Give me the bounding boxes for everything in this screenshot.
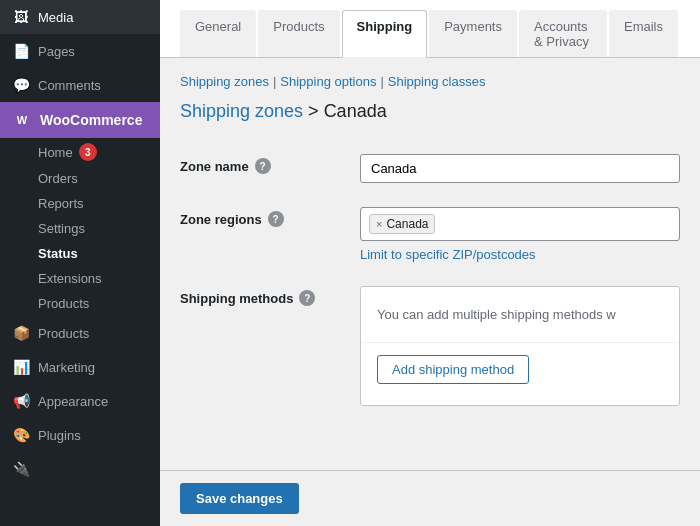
sidebar-item-home[interactable]: Home 3 (0, 138, 160, 166)
sidebar-item-label: Media (38, 10, 73, 25)
sidebar-item-reports[interactable]: Settings (0, 216, 160, 241)
breadcrumb-current: Canada (324, 101, 387, 121)
extensions-label: Products (38, 296, 89, 311)
main-content: General Products Shipping Payments Accou… (160, 0, 700, 526)
shipping-methods-footer: Add shipping method (361, 342, 679, 396)
home-label: Home (38, 145, 73, 160)
sidebar-item-label: Products (38, 326, 89, 341)
sidebar-item-pages[interactable]: 📄 Pages (0, 34, 160, 68)
customers-label: Reports (38, 196, 84, 211)
tabs-bar: General Products Shipping Payments Accou… (160, 0, 700, 58)
tab-payments[interactable]: Payments (429, 10, 517, 57)
sidebar-item-analytics[interactable]: 📊 Marketing (0, 350, 160, 384)
status-label: Extensions (38, 271, 102, 286)
appearance-icon: 🎨 (12, 426, 30, 444)
canada-tag: × Canada (369, 214, 435, 234)
zone-regions-help-icon[interactable]: ? (268, 211, 284, 227)
sub-nav: Shipping zones | Shipping options | Ship… (180, 74, 680, 89)
sidebar-item-media[interactable]: 🖼 Media (0, 0, 160, 34)
shipping-methods-box: You can add multiple shipping methods w … (360, 286, 680, 406)
footer: Save changes (160, 470, 700, 526)
zone-name-help-icon[interactable]: ? (255, 158, 271, 174)
tab-emails[interactable]: Emails (609, 10, 678, 57)
zone-name-field (360, 154, 680, 183)
shipping-methods-empty-text: You can add multiple shipping methods w (361, 287, 679, 342)
shipping-methods-field: You can add multiple shipping methods w … (360, 286, 680, 406)
analytics-icon: 📊 (12, 358, 30, 376)
sidebar-item-orders[interactable]: Orders (0, 166, 160, 191)
subnav-shipping-classes[interactable]: Shipping classes (388, 74, 486, 89)
comments-icon: 💬 (12, 76, 30, 94)
sidebar: 🖼 Media 📄 Pages 💬 Comments W WooCommerce… (0, 0, 160, 526)
breadcrumb-parent[interactable]: Shipping zones (180, 101, 303, 121)
sidebar-item-status[interactable]: Extensions (0, 266, 160, 291)
subnav-shipping-options[interactable]: Shipping options (280, 74, 376, 89)
canada-tag-remove[interactable]: × (376, 218, 382, 230)
shipping-methods-help-icon[interactable]: ? (299, 290, 315, 306)
zone-regions-field: × Canada Limit to specific ZIP/postcodes (360, 207, 680, 262)
orders-label: Orders (38, 171, 78, 186)
sidebar-item-label: Comments (38, 78, 101, 93)
sidebar-item-label: Marketing (38, 360, 95, 375)
zone-name-input[interactable] (360, 154, 680, 183)
sidebar-item-appearance[interactable]: 🎨 Plugins (0, 418, 160, 452)
sidebar-item-extensions[interactable]: Products (0, 291, 160, 316)
content-area: Shipping zones | Shipping options | Ship… (160, 58, 700, 470)
zone-regions-tags-input[interactable]: × Canada (360, 207, 680, 241)
breadcrumb-separator: > (308, 101, 324, 121)
shipping-methods-row: Shipping methods ? You can add multiple … (180, 274, 680, 418)
sidebar-item-woocommerce[interactable]: W WooCommerce (0, 102, 160, 138)
settings-label: Status (38, 246, 78, 261)
zone-regions-label: Zone regions ? (180, 207, 360, 227)
media-icon: 🖼 (12, 8, 30, 26)
save-changes-button[interactable]: Save changes (180, 483, 299, 514)
sidebar-item-products[interactable]: 📦 Products (0, 316, 160, 350)
zone-regions-row: Zone regions ? × Canada Limit to specifi… (180, 195, 680, 274)
sidebar-item-label: WooCommerce (40, 112, 142, 128)
zone-name-label: Zone name ? (180, 154, 360, 174)
tab-accounts-privacy[interactable]: Accounts & Privacy (519, 10, 607, 57)
limit-postcodes-link[interactable]: Limit to specific ZIP/postcodes (360, 247, 680, 262)
add-shipping-method-button[interactable]: Add shipping method (377, 355, 529, 384)
home-badge: 3 (79, 143, 97, 161)
tab-products[interactable]: Products (258, 10, 339, 57)
breadcrumb: Shipping zones > Canada (180, 101, 680, 122)
sidebar-item-label: Pages (38, 44, 75, 59)
sidebar-item-comments[interactable]: 💬 Comments (0, 68, 160, 102)
sidebar-item-customers[interactable]: Reports (0, 191, 160, 216)
sidebar-item-marketing[interactable]: 📢 Appearance (0, 384, 160, 418)
sidebar-item-label: Plugins (38, 428, 81, 443)
sidebar-item-settings[interactable]: Status (0, 241, 160, 266)
reports-label: Settings (38, 221, 85, 236)
woocommerce-icon: W (12, 110, 32, 130)
tab-general[interactable]: General (180, 10, 256, 57)
marketing-icon: 📢 (12, 392, 30, 410)
tab-shipping[interactable]: Shipping (342, 10, 428, 58)
products-icon: 📦 (12, 324, 30, 342)
sidebar-item-label: Appearance (38, 394, 108, 409)
zone-name-row: Zone name ? (180, 142, 680, 195)
canada-tag-label: Canada (386, 217, 428, 231)
sidebar-item-plugins[interactable]: 🔌 (0, 452, 160, 486)
plugins-icon: 🔌 (12, 460, 30, 478)
pages-icon: 📄 (12, 42, 30, 60)
shipping-methods-label: Shipping methods ? (180, 286, 360, 306)
subnav-shipping-zones[interactable]: Shipping zones (180, 74, 269, 89)
